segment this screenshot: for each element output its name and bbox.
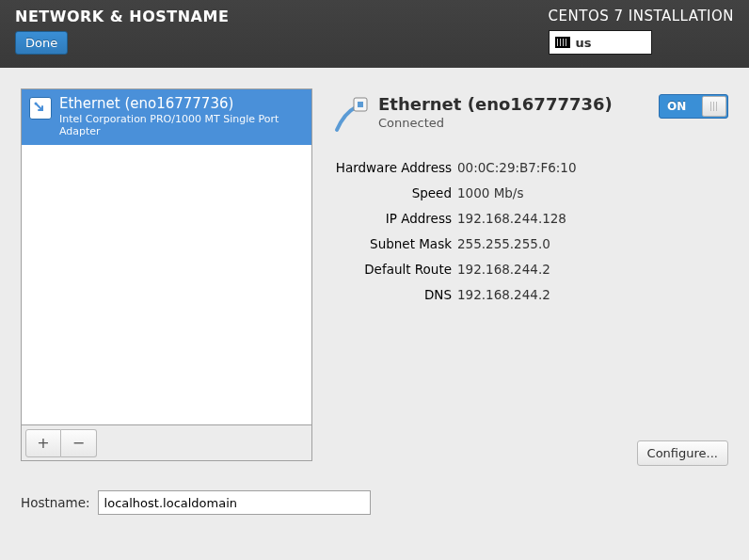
nic-list[interactable]: Ethernet (eno16777736) Intel Corporation… bbox=[21, 88, 312, 425]
right-column: Ethernet (eno16777736) Connected ON Hard… bbox=[329, 88, 728, 461]
nic-list-item[interactable]: Ethernet (eno16777736) Intel Corporation… bbox=[22, 89, 311, 145]
detail-value: 00:0C:29:B7:F6:10 bbox=[457, 160, 577, 175]
hostname-input[interactable] bbox=[98, 490, 371, 515]
left-column: Ethernet (eno16777736) Intel Corporation… bbox=[21, 88, 312, 461]
detail-row-speed: Speed 1000 Mb/s bbox=[329, 185, 728, 200]
detail-row-route: Default Route 192.168.244.2 bbox=[329, 262, 728, 277]
detail-value: 1000 Mb/s bbox=[457, 185, 523, 200]
detail-row-hwaddr: Hardware Address 00:0C:29:B7:F6:10 bbox=[329, 160, 728, 175]
detail-label: IP Address bbox=[329, 211, 452, 226]
detail-value: 192.168.244.2 bbox=[457, 287, 550, 302]
content-area: Ethernet (eno16777736) Intel Corporation… bbox=[0, 68, 749, 482]
svg-point-0 bbox=[35, 103, 38, 105]
detail-value: 255.255.255.0 bbox=[457, 236, 550, 251]
detail-label: Hardware Address bbox=[329, 160, 452, 175]
keyboard-icon bbox=[555, 37, 570, 48]
connection-title: Ethernet (eno16777736) bbox=[378, 94, 613, 114]
toggle-knob bbox=[702, 96, 726, 117]
detail-row-ip: IP Address 192.168.244.128 bbox=[329, 211, 728, 226]
ethernet-large-icon bbox=[329, 94, 373, 137]
detail-value: 192.168.244.2 bbox=[457, 262, 550, 277]
done-button[interactable]: Done bbox=[15, 31, 68, 55]
connection-header: Ethernet (eno16777736) Connected ON bbox=[329, 94, 728, 137]
keyboard-layout-label: us bbox=[576, 36, 592, 50]
connection-status: Connected bbox=[378, 116, 613, 130]
detail-label: Default Route bbox=[329, 262, 452, 277]
ethernet-icon bbox=[29, 97, 52, 120]
nic-item-title: Ethernet (eno16777736) bbox=[59, 95, 304, 112]
detail-label: Speed bbox=[329, 185, 452, 200]
configure-button[interactable]: Configure... bbox=[637, 440, 728, 466]
top-bar: NETWORK & HOSTNAME Done CENTOS 7 INSTALL… bbox=[0, 0, 749, 68]
connection-details: Hardware Address 00:0C:29:B7:F6:10 Speed… bbox=[329, 160, 728, 302]
hostname-label: Hostname: bbox=[21, 495, 90, 510]
detail-row-dns: DNS 192.168.244.2 bbox=[329, 287, 728, 302]
detail-label: Subnet Mask bbox=[329, 236, 452, 251]
remove-nic-button[interactable]: − bbox=[61, 429, 97, 457]
hostname-row: Hostname: bbox=[21, 490, 371, 515]
detail-label: DNS bbox=[329, 287, 452, 302]
detail-row-subnet: Subnet Mask 255.255.255.0 bbox=[329, 236, 728, 251]
detail-value: 192.168.244.128 bbox=[457, 211, 566, 226]
connection-toggle[interactable]: ON bbox=[659, 94, 728, 119]
toggle-label: ON bbox=[660, 100, 701, 113]
nic-list-toolbar: + − bbox=[21, 425, 312, 461]
installer-title: CENTOS 7 INSTALLATION bbox=[549, 8, 734, 24]
add-nic-button[interactable]: + bbox=[25, 429, 61, 457]
nic-item-subtitle: Intel Corporation PRO/1000 MT Single Por… bbox=[59, 113, 304, 137]
keyboard-layout-selector[interactable]: us bbox=[549, 30, 652, 55]
top-bar-right: CENTOS 7 INSTALLATION us bbox=[549, 8, 734, 55]
svg-rect-2 bbox=[358, 102, 363, 107]
